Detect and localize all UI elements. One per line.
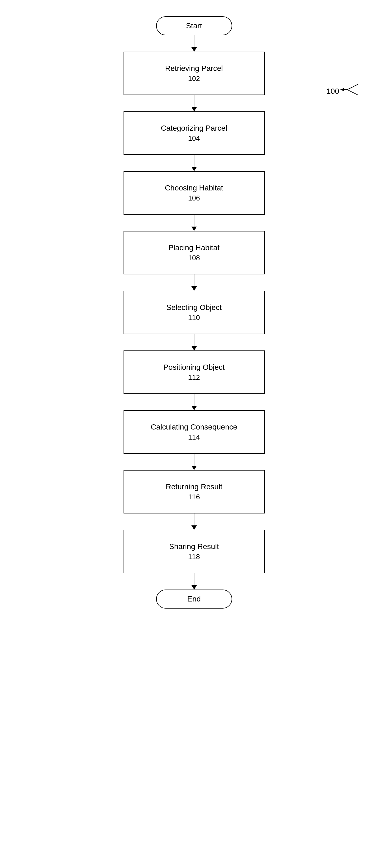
start-label: Start (186, 22, 202, 30)
end-node: End (156, 590, 232, 609)
step3-number: 106 (188, 193, 200, 203)
arrow-8-9 (194, 514, 194, 530)
step1-number: 102 (188, 73, 200, 84)
step6-number: 112 (188, 372, 200, 382)
arrow-1-2 (194, 95, 194, 112)
step7-number: 114 (188, 432, 200, 442)
step5-number: 110 (188, 313, 200, 322)
step-positioning-object: Positioning Object 112 (124, 350, 265, 394)
svg-marker-0 (341, 88, 344, 91)
step-sharing-result: Sharing Result 118 (124, 530, 265, 573)
arrow-5-6 (194, 334, 194, 350)
step4-number: 108 (188, 253, 200, 263)
arrow-6-7 (194, 394, 194, 410)
arrow-7-8 (194, 454, 194, 470)
step9-label: Sharing Result (169, 541, 219, 552)
start-node: Start (156, 16, 232, 35)
step-placing-habitat: Placing Habitat 108 (124, 231, 265, 274)
step5-label: Selecting Object (166, 302, 222, 313)
arrow-3-4 (194, 215, 194, 231)
arrow-2-3 (194, 155, 194, 171)
step4-label: Placing Habitat (168, 242, 219, 253)
step-categorizing-parcel: Categorizing Parcel 104 (124, 112, 265, 155)
step-selecting-object: Selecting Object 110 (124, 291, 265, 334)
step-calculating-consequence: Calculating Consequence 114 (124, 410, 265, 454)
end-label: End (187, 595, 201, 603)
step8-number: 116 (188, 492, 200, 502)
diagram-container: 100 Start Retrieving Parcel 102 Categori… (0, 0, 388, 868)
step3-label: Choosing Habitat (165, 183, 223, 193)
step7-label: Calculating Consequence (151, 422, 237, 432)
arrow-0-1 (194, 35, 194, 52)
arrow-4-5 (194, 274, 194, 291)
step1-label: Retrieving Parcel (165, 63, 223, 73)
step8-label: Returning Result (166, 482, 222, 492)
step-returning-result: Returning Result 116 (124, 470, 265, 514)
step-retrieving-parcel: Retrieving Parcel 102 (124, 52, 265, 95)
reference-arrow (339, 79, 361, 102)
step9-number: 118 (188, 552, 200, 562)
step6-label: Positioning Object (163, 362, 225, 372)
reference-number-label: 100 (326, 87, 339, 96)
step2-number: 104 (188, 133, 200, 143)
step-choosing-habitat: Choosing Habitat 106 (124, 171, 265, 215)
arrow-9-end (194, 573, 194, 590)
step2-label: Categorizing Parcel (161, 123, 227, 133)
